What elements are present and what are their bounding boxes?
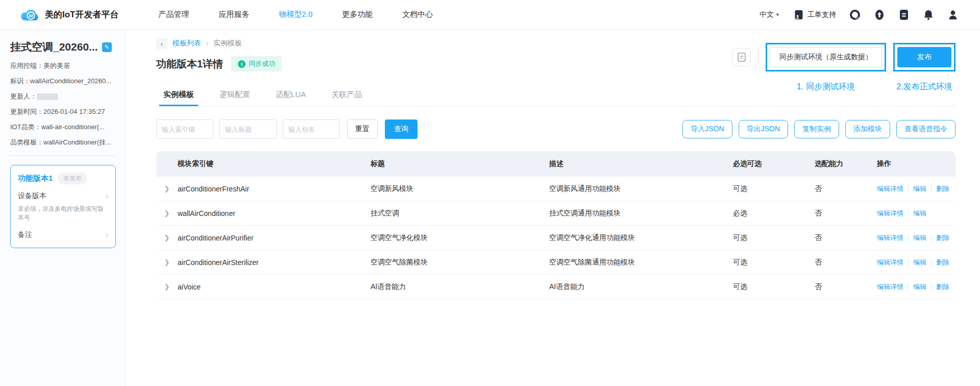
language-label: 中文 <box>760 10 774 19</box>
info-iot-category: IOT品类：wall-air-conditioner(... <box>10 123 116 132</box>
annotation-highlight-sync: 同步测试环境（原生成数据） <box>766 43 886 71</box>
module-key: airConditionerAirSterilizer <box>178 258 371 267</box>
nav-more-features[interactable]: 更多功能 <box>342 10 373 19</box>
breadcrumb-template-list[interactable]: 模板列表 <box>173 39 201 48</box>
edit-link[interactable]: 编辑 <box>908 283 926 291</box>
tab-related-products[interactable]: 关联产品 <box>330 87 363 106</box>
module-title: 空调新风模块 <box>371 184 549 194</box>
page-title: 功能版本1详情 <box>156 57 223 71</box>
bell-icon[interactable] <box>923 9 934 20</box>
edit-detail-link[interactable]: 编辑详情 <box>877 209 903 217</box>
device-title: 挂式空调_20260... <box>10 40 98 54</box>
info-update-time: 更新时间：2026-01-04 17:35:27 <box>10 107 116 116</box>
delete-link[interactable]: 删除 <box>931 258 949 266</box>
index-key-input[interactable] <box>156 119 213 139</box>
work-order-icon <box>793 9 804 20</box>
work-order-support[interactable]: 工单支持 <box>793 9 836 20</box>
expand-row-icon[interactable]: ❯ <box>156 234 178 242</box>
device-version-row[interactable]: 设备版本 › <box>18 191 108 201</box>
import-json-button[interactable]: 导入JSON <box>682 120 732 138</box>
view-voice-commands-button[interactable]: 查看语音指令 <box>896 120 955 138</box>
info-app-control: 应用控端：美的美居 <box>10 61 116 70</box>
sync-test-env-button[interactable]: 同步测试环境（原生成数据） <box>770 47 882 67</box>
module-table: 模块索引键 标题 描述 必选可选 选配能力 操作 ❯ airConditione… <box>156 151 955 299</box>
info-identifier: 标识：wallAirConditioner_20260... <box>10 77 116 86</box>
col-actions: 操作 <box>877 159 955 168</box>
svg-text:M: M <box>29 13 34 18</box>
chevron-right-icon: › <box>106 231 108 239</box>
alias-input[interactable] <box>283 119 340 139</box>
document-icon <box>737 52 746 62</box>
edit-link[interactable]: 编辑 <box>908 209 926 217</box>
module-desc: 空调新风通用功能模块 <box>549 184 733 194</box>
copy-instance-button[interactable]: 复制实例 <box>794 120 839 138</box>
breadcrumb-current: 实例模板 <box>213 39 242 48</box>
unpublished-badge: 未发布 <box>58 173 87 184</box>
expand-row-icon[interactable]: ❯ <box>156 258 178 266</box>
device-version-label: 设备版本 <box>18 191 46 201</box>
table-row: ❯ airConditionerAirPurifier 空调空气净化模块 空调空… <box>156 226 955 250</box>
module-desc: AI语音能力 <box>549 282 733 292</box>
edit-link[interactable]: 编辑 <box>908 258 926 266</box>
device-version-hint: 非必填，涉及多电控场景填写版本号 <box>18 205 108 222</box>
annotation-highlight-publish: 发布 <box>893 43 955 71</box>
tab-instance-template[interactable]: 实例模板 <box>162 87 195 106</box>
nav-product-management[interactable]: 产品管理 <box>159 10 189 19</box>
module-key: airConditionerAirPurifier <box>178 234 371 242</box>
function-version-card[interactable]: 功能版本1 未发布 设备版本 › 非必填，涉及多电控场景填写版本号 备注 › <box>10 165 116 248</box>
expand-row-icon[interactable]: ❯ <box>156 185 178 192</box>
nav-app-services[interactable]: 应用服务 <box>219 10 250 19</box>
delete-link[interactable]: 删除 <box>931 185 949 192</box>
publish-button[interactable]: 发布 <box>897 47 951 67</box>
divider <box>9 155 116 156</box>
tab-lua-adapter[interactable]: 适配LUA <box>275 87 307 106</box>
info-updater: 更新人： <box>10 92 116 101</box>
back-button[interactable]: ‹ <box>156 38 167 49</box>
divider <box>758 50 758 65</box>
expand-row-icon[interactable]: ❯ <box>156 209 178 217</box>
module-title: AI语音能力 <box>371 282 549 292</box>
tab-logic-config[interactable]: 逻辑配置 <box>218 87 251 106</box>
language-selector[interactable]: 中文 ▼ <box>760 10 780 19</box>
module-required: 可选 <box>733 184 815 194</box>
table-row: ❯ aiVoice AI语音能力 AI语音能力 可选 否 编辑详情编辑删除 <box>156 275 955 299</box>
edit-detail-link[interactable]: 编辑详情 <box>877 185 903 192</box>
nav-thing-model[interactable]: 物模型2.0 <box>279 10 313 19</box>
remark-label: 备注 <box>18 230 32 239</box>
col-optional-capability: 选配能力 <box>815 159 877 168</box>
edit-detail-link[interactable]: 编辑详情 <box>877 283 903 291</box>
col-module-key: 模块索引键 <box>178 159 371 168</box>
user-icon[interactable] <box>947 9 959 20</box>
reset-button[interactable]: 重置 <box>347 119 378 139</box>
search-button[interactable]: 查询 <box>385 119 418 139</box>
table-header-row: 模块索引键 标题 描述 必选可选 选配能力 操作 <box>156 151 955 177</box>
news-icon[interactable] <box>898 9 910 20</box>
module-desc: 空调空气净化通用功能模块 <box>549 233 733 243</box>
annotation-publish-label: 2.发布正式环境 <box>896 82 952 92</box>
chevron-down-icon: ▼ <box>775 12 780 17</box>
customer-service-icon[interactable] <box>849 9 861 20</box>
nav-doc-center[interactable]: 文档中心 <box>402 10 433 19</box>
title-input[interactable] <box>219 119 277 139</box>
module-optional: 否 <box>815 282 877 292</box>
annotation-sync-label: 1. 同步测试环境 <box>797 82 855 92</box>
add-module-button[interactable]: 添加模块 <box>845 120 890 138</box>
expand-row-icon[interactable]: ❯ <box>156 283 178 291</box>
delete-link[interactable]: 删除 <box>931 234 949 242</box>
export-json-button[interactable]: 导出JSON <box>739 120 788 138</box>
edit-link[interactable]: 编辑 <box>908 234 926 242</box>
edit-detail-link[interactable]: 编辑详情 <box>877 258 903 266</box>
delete-link[interactable]: 删除 <box>931 283 949 291</box>
edit-detail-link[interactable]: 编辑详情 <box>877 234 903 242</box>
edit-icon[interactable]: ✎ <box>102 42 112 52</box>
module-title: 空调空气除菌模块 <box>371 258 549 267</box>
col-required: 必选可选 <box>733 159 815 168</box>
module-optional: 否 <box>815 209 877 218</box>
module-required: 必选 <box>733 209 815 218</box>
edit-link[interactable]: 编辑 <box>908 185 926 192</box>
upgrade-icon[interactable] <box>874 9 885 20</box>
version-note-button[interactable] <box>732 48 751 66</box>
chevron-right-icon: › <box>106 192 108 200</box>
module-key: wallAirConditioner <box>178 209 371 218</box>
remark-row[interactable]: 备注 › <box>18 230 108 239</box>
